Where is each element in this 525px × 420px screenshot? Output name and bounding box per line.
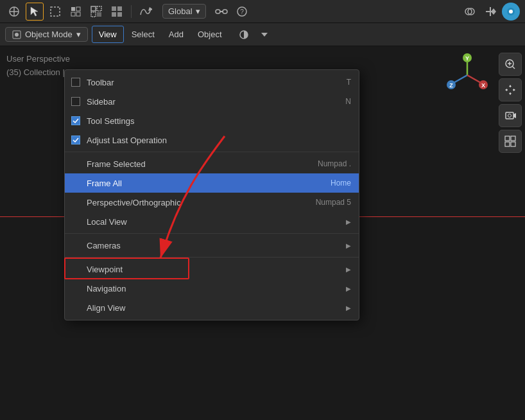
svg-marker-47 <box>509 93 512 95</box>
dropdown-navigation[interactable]: Navigation ▶ <box>65 279 359 298</box>
align-view-label: Align View <box>87 303 341 313</box>
navigation-label: Navigation <box>87 284 341 293</box>
dropdown-persp-ortho[interactable]: Perspective/Orthographic Numpad 5 <box>65 193 359 212</box>
dropdown-tool-settings[interactable]: Tool Settings <box>65 111 359 130</box>
dropdown-toolbar[interactable]: Toolbar T <box>65 73 359 92</box>
persp-shortcut: Numpad 5 <box>316 198 351 207</box>
svg-rect-13 <box>112 6 116 11</box>
sidebar-label: Sidebar <box>87 97 332 107</box>
align-view-arrow: ▶ <box>346 304 351 311</box>
select-lasso-icon[interactable] <box>87 3 105 21</box>
sep-1 <box>65 152 359 152</box>
frame-selected-shortcut: Numpad . <box>318 159 351 168</box>
mode-selector[interactable]: Object Mode ▾ <box>5 27 88 42</box>
svg-rect-53 <box>505 136 510 141</box>
persp-label: Perspective/Orthographic <box>87 198 303 207</box>
menu-object-label: Object <box>198 30 222 39</box>
render-icon[interactable] <box>502 3 520 21</box>
zoom-in-tool[interactable] <box>499 53 522 76</box>
dropdown-frame-all[interactable]: Frame All Home <box>65 173 359 193</box>
select-circle-icon[interactable] <box>67 3 85 21</box>
shading-dropdown-icon[interactable] <box>255 26 273 44</box>
select-box-icon[interactable] <box>46 3 64 21</box>
camera-tool[interactable] <box>499 104 522 127</box>
frame-selected-label: Frame Selected <box>87 159 305 169</box>
svg-text:X: X <box>481 82 485 89</box>
svg-rect-55 <box>505 142 510 146</box>
pan-tool[interactable] <box>499 78 522 101</box>
svg-rect-8 <box>76 12 80 16</box>
dropdown-cameras[interactable]: Cameras ▶ <box>65 236 359 255</box>
svg-rect-7 <box>76 7 80 11</box>
svg-rect-14 <box>117 6 122 11</box>
menu-view[interactable]: View <box>92 26 124 43</box>
dropdown-frame-selected[interactable]: Frame Selected Numpad . <box>65 154 359 173</box>
select-cursor-icon[interactable] <box>26 3 44 21</box>
viewpoint-label: Viewpoint <box>87 265 341 274</box>
top-toolbar: Global ▾ ? <box>0 0 525 23</box>
adjust-last-label: Adjust Last Operation <box>87 136 351 145</box>
menu-view-label: View <box>99 30 117 39</box>
svg-point-30 <box>15 33 19 37</box>
side-tools <box>499 53 522 153</box>
toolbar-checkbox[interactable] <box>71 78 80 87</box>
svg-text:Y: Y <box>465 55 469 62</box>
cameras-arrow: ▶ <box>346 242 351 249</box>
svg-text:Z: Z <box>449 82 453 89</box>
menu-select[interactable]: Select <box>125 26 161 42</box>
global-chevron: ▾ <box>196 6 200 16</box>
dropdown-adjust-last[interactable]: Adjust Last Operation <box>65 130 359 150</box>
svg-marker-17 <box>148 7 152 11</box>
svg-marker-26 <box>491 8 496 15</box>
overlay-icon[interactable] <box>461 3 479 21</box>
sep-2 <box>65 233 359 234</box>
gizmo-toggle-icon[interactable] <box>481 3 499 21</box>
tool-settings-checkbox[interactable] <box>71 116 80 125</box>
transform-mode-icon[interactable] <box>5 3 23 21</box>
svg-marker-3 <box>31 7 38 16</box>
svg-rect-9 <box>91 6 96 11</box>
dropdown-align-view[interactable]: Align View ▶ <box>65 298 359 317</box>
svg-rect-50 <box>506 112 513 119</box>
curve-icon[interactable] <box>137 3 155 21</box>
adjust-last-checkbox[interactable] <box>71 136 80 144</box>
toolbar-shortcut: T <box>347 78 351 87</box>
svg-marker-32 <box>261 33 268 37</box>
local-view-label: Local View <box>87 217 341 227</box>
svg-point-52 <box>508 114 512 118</box>
sidebar-shortcut: N <box>345 97 351 106</box>
viewport-shading-icon[interactable] <box>235 26 253 44</box>
svg-rect-56 <box>511 142 515 146</box>
tool-settings-label: Tool Settings <box>87 116 351 126</box>
grid-tool[interactable] <box>499 130 522 153</box>
svg-rect-5 <box>71 7 75 11</box>
menu-select-label: Select <box>132 30 155 39</box>
svg-rect-6 <box>71 12 75 16</box>
global-dropdown[interactable]: Global ▾ <box>162 4 206 19</box>
dropdown-local-view[interactable]: Local View ▶ <box>65 212 359 231</box>
menu-bar: Object Mode ▾ View Select Add Object <box>0 23 525 46</box>
sep-3 <box>65 257 359 258</box>
select-all-icon[interactable] <box>108 3 126 21</box>
view-dropdown-menu: Toolbar T Sidebar N Tool Settings Adjust… <box>64 69 359 320</box>
menu-add[interactable]: Add <box>162 26 190 42</box>
menu-add-label: Add <box>169 30 184 39</box>
svg-rect-11 <box>91 12 96 17</box>
svg-rect-16 <box>117 12 122 17</box>
info-icon[interactable]: ? <box>233 3 251 21</box>
sidebar-checkbox[interactable] <box>71 97 80 106</box>
dropdown-viewpoint[interactable]: Viewpoint ▶ <box>65 259 359 279</box>
link-icon[interactable] <box>212 3 230 21</box>
svg-text:?: ? <box>240 8 244 15</box>
orientation-gizmo[interactable]: Y Z X <box>445 53 490 98</box>
svg-marker-48 <box>505 89 507 91</box>
frame-all-label: Frame All <box>87 179 318 188</box>
svg-rect-4 <box>51 7 60 16</box>
top-right-icons <box>461 3 520 21</box>
svg-point-28 <box>509 10 513 13</box>
cameras-label: Cameras <box>87 241 341 250</box>
navigation-arrow: ▶ <box>346 285 351 292</box>
frame-all-shortcut: Home <box>331 179 351 188</box>
dropdown-sidebar[interactable]: Sidebar N <box>65 92 359 111</box>
menu-object[interactable]: Object <box>191 26 228 42</box>
